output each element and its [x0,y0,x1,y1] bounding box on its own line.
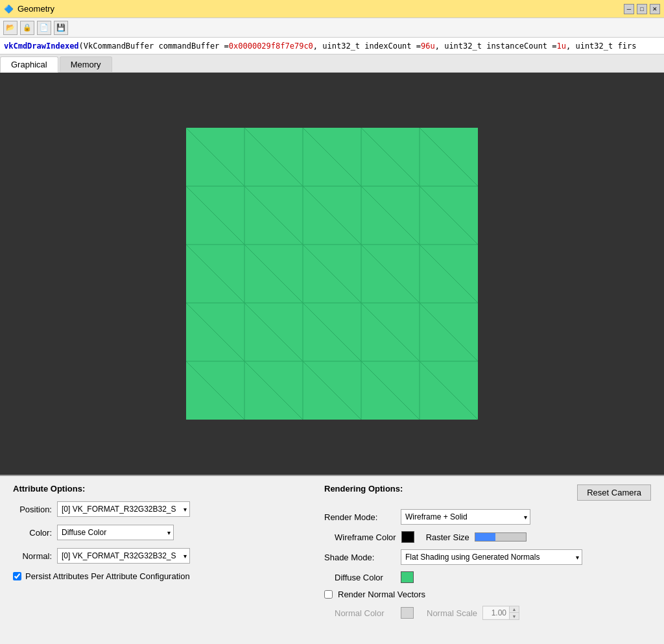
persist-label: Persist Attributes Per Attribute Configu… [25,571,190,581]
cmd-paren: ( [79,42,84,51]
position-select[interactable]: [0] VK_FORMAT_R32G32B32_S [57,501,190,517]
render-mode-row: Render Mode: Wireframe + Solid [324,509,651,525]
cmd-param-type1: VkCommandBuffer commandBuffer = [84,42,229,51]
color-select[interactable]: Diffuse Color [57,525,174,540]
title-bar: 🔷 Geometry ─ □ ✕ [0,0,664,18]
bottom-panel: Attribute Options: Position: [0] VK_FORM… [0,475,664,621]
tab-bar: Graphical Memory [0,54,664,73]
viewport[interactable] [0,73,664,475]
position-label: Position: [13,505,52,514]
normal-label: Normal: [13,551,52,561]
normal-select[interactable]: [0] VK_FORMAT_R32G32B32_S [57,548,190,564]
render-mode-select-wrapper: Wireframe + Solid [401,509,530,525]
position-row: Position: [0] VK_FORMAT_R32G32B32_S [13,501,298,517]
position-select-wrapper: [0] VK_FORMAT_R32G32B32_S [57,501,190,517]
normal-color-swatch [401,607,414,619]
attribute-options-section: Attribute Options: Position: [0] VK_FORM… [13,484,298,613]
cmd-param-value1: 0x0000029f8f7e79c0 [229,42,313,51]
open-folder-icon[interactable]: 📂 [3,21,18,35]
maximize-button[interactable]: □ [637,4,647,14]
reset-camera-button[interactable]: Reset Camera [577,484,651,501]
cmd-index-count: 96u [421,42,435,51]
title-bar-controls: ─ □ ✕ [624,4,660,14]
shade-mode-select-wrapper: Flat Shading using Generated Normals [401,549,582,565]
diffuse-color-swatch[interactable] [401,571,414,583]
tab-memory[interactable]: Memory [60,56,112,72]
diffuse-color-label: Diffuse Color [324,573,396,582]
shade-mode-row: Shade Mode: Flat Shading using Generated… [324,549,651,565]
file-icon[interactable]: 📄 [37,21,51,35]
minimize-button[interactable]: ─ [624,4,634,14]
render-mode-label: Render Mode: [324,512,396,522]
command-line: vkCmdDrawIndexed(VkCommandBuffer command… [0,38,664,54]
spin-buttons: ▲ ▼ [509,606,519,619]
render-normal-checkbox[interactable] [324,590,333,599]
attribute-options-title: Attribute Options: [13,484,298,494]
wireframe-color-label: Wireframe Color [324,532,396,542]
persist-checkbox[interactable] [13,572,21,580]
spin-down-button[interactable]: ▼ [510,613,519,619]
mesh-svg [186,128,478,420]
title-bar-left: 🔷 Geometry [4,4,54,14]
save-icon[interactable]: 💾 [54,21,68,35]
shade-mode-label: Shade Mode: [324,553,396,562]
raster-size-slider[interactable] [475,532,527,542]
app-window: 🔷 Geometry ─ □ ✕ 📂 🔒 📄 💾 vkCmdDrawIndexe… [0,0,664,644]
raster-size-label: Raster Size [426,532,469,542]
close-button[interactable]: ✕ [650,4,660,14]
rendering-options-header: Rendering Options: Reset Camera [324,484,651,501]
cmd-function-name: vkCmdDrawIndexed [4,42,79,51]
rendering-options-title: Rendering Options: [324,484,403,494]
diffuse-color-row: Diffuse Color [324,571,651,583]
cmd-comma2: , uint32_t instanceCount = [435,42,557,51]
color-select-wrapper: Diffuse Color [57,525,174,540]
normal-props-row: Normal Color Normal Scale ▲ ▼ [324,606,651,620]
cmd-comma1: , uint32_t indexCount = [313,42,421,51]
normal-select-wrapper: [0] VK_FORMAT_R32G32B32_S [57,548,190,564]
toolbar: 📂 🔒 📄 💾 [0,18,664,38]
normal-color-label: Normal Color [324,608,396,618]
normal-scale-input [483,607,509,619]
normal-scale-label: Normal Scale [427,608,477,618]
spin-up-button[interactable]: ▲ [510,606,519,613]
normal-scale-spinbox[interactable]: ▲ ▼ [482,606,519,620]
app-icon: 🔷 [4,5,14,14]
tab-graphical[interactable]: Graphical [0,56,58,73]
color-label: Color: [13,528,52,538]
lock-icon[interactable]: 🔒 [20,21,34,35]
render-normal-row: Render Normal Vectors [324,590,651,599]
render-mode-select[interactable]: Wireframe + Solid [401,509,530,525]
normal-row: Normal: [0] VK_FORMAT_R32G32B32_S [13,548,298,564]
persist-checkbox-row: Persist Attributes Per Attribute Configu… [13,571,298,581]
cmd-instance-count: 1u [557,42,566,51]
shade-mode-select[interactable]: Flat Shading using Generated Normals [401,549,582,565]
cmd-rest: , uint32_t firs [566,42,636,51]
wireframe-row: Wireframe Color Raster Size [324,531,651,543]
color-row: Color: Diffuse Color [13,525,298,540]
wireframe-color-swatch[interactable] [401,531,414,543]
window-title: Geometry [18,4,54,14]
render-normal-label: Render Normal Vectors [338,590,425,599]
rendering-options-section: Rendering Options: Reset Camera Render M… [324,484,651,613]
